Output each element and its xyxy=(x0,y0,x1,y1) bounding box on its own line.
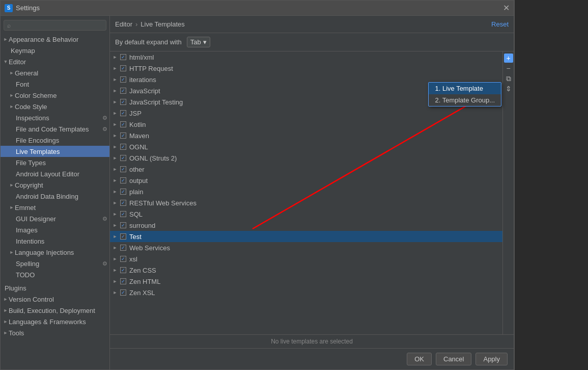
checkbox-icon xyxy=(120,65,126,71)
close-button[interactable]: ✕ xyxy=(503,4,510,12)
sidebar-item-android-layout-editor[interactable]: Android Layout Editor xyxy=(1,168,109,179)
checkbox-cell[interactable] xyxy=(119,87,127,95)
sidebar-item-build-exec-deploy[interactable]: Build, Execution, Deployment xyxy=(1,305,109,316)
template-group-kotlin[interactable]: Kotlin xyxy=(110,119,502,130)
add-button[interactable]: + xyxy=(504,54,513,63)
checkbox-cell[interactable] xyxy=(119,199,127,207)
search-box[interactable]: ⌕ xyxy=(4,20,106,31)
sidebar-item-todo[interactable]: TODO xyxy=(1,269,109,280)
checkbox-cell[interactable] xyxy=(119,288,127,297)
sidebar-item-copyright[interactable]: Copyright xyxy=(1,179,109,191)
sidebar-item-inspections[interactable]: Inspections ⚙ xyxy=(1,112,109,123)
checkbox-cell[interactable] xyxy=(119,210,127,218)
checkbox-cell[interactable] xyxy=(119,75,127,84)
group-label: RESTful Web Services xyxy=(129,199,197,207)
template-group-web-services[interactable]: Web Services xyxy=(110,242,502,253)
sidebar-item-spelling[interactable]: Spelling ⚙ xyxy=(1,258,109,269)
sidebar-item-emmet[interactable]: Emmet xyxy=(1,202,109,213)
remove-button[interactable]: − xyxy=(504,64,513,73)
sidebar-item-label: Inspections xyxy=(16,114,49,122)
template-group-plain[interactable]: plain xyxy=(110,186,502,197)
template-group-restful[interactable]: RESTful Web Services xyxy=(110,197,502,208)
template-group-http-request[interactable]: HTTP Request xyxy=(110,63,502,74)
checkbox-cell[interactable] xyxy=(119,131,127,140)
checkbox-cell[interactable] xyxy=(119,154,127,162)
sidebar-item-color-scheme[interactable]: Color Scheme xyxy=(1,90,109,101)
sidebar-item-live-templates[interactable]: Live Templates xyxy=(1,146,109,157)
template-group-sql[interactable]: SQL xyxy=(110,208,502,220)
apply-button[interactable]: Apply xyxy=(475,353,508,365)
sidebar-item-images[interactable]: Images xyxy=(1,224,109,235)
checkbox-cell[interactable] xyxy=(119,188,127,196)
sidebar-item-gui-designer[interactable]: GUI Designer ⚙ xyxy=(1,213,109,224)
checkbox-icon xyxy=(120,267,126,273)
checkbox-cell[interactable] xyxy=(119,277,127,285)
sidebar-item-tools[interactable]: Tools xyxy=(1,327,109,338)
sidebar-item-file-code-templates[interactable]: File and Code Templates ⚙ xyxy=(1,123,109,135)
checkbox-cell[interactable] xyxy=(119,64,127,72)
sidebar-item-label: Intentions xyxy=(16,237,44,245)
template-group-surround[interactable]: surround xyxy=(110,220,502,231)
checkbox-cell[interactable] xyxy=(119,98,127,106)
checkbox-icon xyxy=(120,76,126,83)
reset-button[interactable]: Reset xyxy=(491,20,509,28)
sidebar-item-keymap[interactable]: Keymap xyxy=(1,45,109,56)
expand-arrow xyxy=(112,189,118,194)
template-group-ognl-struts2[interactable]: OGNL (Struts 2) xyxy=(110,152,502,164)
checkbox-cell[interactable] xyxy=(119,266,127,274)
sidebar-item-android-data-binding[interactable]: Android Data Binding xyxy=(1,191,109,202)
group-label: Web Services xyxy=(129,244,170,252)
template-group-jsp[interactable]: JSP xyxy=(110,108,502,119)
sidebar-item-version-control[interactable]: Version Control xyxy=(1,294,109,305)
group-label: OGNL (Struts 2) xyxy=(129,154,177,162)
template-group-output[interactable]: output xyxy=(110,175,502,186)
sidebar-item-font[interactable]: Font xyxy=(1,78,109,90)
copy-button[interactable]: ⧉ xyxy=(504,74,513,83)
sidebar-item-label: Spelling xyxy=(16,260,39,268)
dropdown-item-template-group[interactable]: 2. Template Group... xyxy=(429,94,501,106)
checkbox-cell[interactable] xyxy=(119,244,127,252)
expand-arrow xyxy=(112,55,118,60)
template-group-zen-html[interactable]: Zen HTML xyxy=(110,276,502,287)
checkbox-cell[interactable] xyxy=(119,232,127,241)
search-input[interactable] xyxy=(13,21,103,29)
sidebar-item-language-injections[interactable]: Language Injections xyxy=(1,247,109,258)
checkbox-cell[interactable] xyxy=(119,255,127,263)
expand-arrow xyxy=(112,133,118,138)
template-group-zen-css[interactable]: Zen CSS xyxy=(110,265,502,276)
checkbox-cell[interactable] xyxy=(119,221,127,229)
sidebar-item-languages-frameworks[interactable]: Languages & Frameworks xyxy=(1,316,109,327)
expand-arrow xyxy=(112,234,118,239)
template-group-xsl[interactable]: xsl xyxy=(110,253,502,265)
move-button[interactable]: ⇕ xyxy=(504,84,513,93)
template-group-maven[interactable]: Maven xyxy=(110,130,502,141)
template-group-html-xml[interactable]: html/xml xyxy=(110,51,502,63)
expand-arrow xyxy=(112,200,118,205)
checkbox-cell[interactable] xyxy=(119,120,127,128)
checkbox-cell[interactable] xyxy=(119,176,127,184)
dropdown-item-live-template[interactable]: 1. Live Template xyxy=(429,83,501,94)
cancel-button[interactable]: Cancel xyxy=(436,353,471,365)
sidebar-item-general[interactable]: General xyxy=(1,67,109,78)
checkbox-cell[interactable] xyxy=(119,109,127,117)
expand-arrow xyxy=(112,178,118,183)
sidebar-item-file-types[interactable]: File Types xyxy=(1,157,109,168)
template-group-ognl[interactable]: OGNL xyxy=(110,141,502,152)
checkbox-cell[interactable] xyxy=(119,143,127,151)
group-label: plain xyxy=(129,188,143,196)
checkbox-cell[interactable] xyxy=(119,53,127,61)
sidebar-item-plugins[interactable]: Plugins xyxy=(1,282,109,294)
sidebar-item-editor[interactable]: Editor xyxy=(1,56,109,67)
sidebar-item-appearance[interactable]: Appearance & Behavior xyxy=(1,34,109,45)
template-group-test[interactable]: Test xyxy=(110,231,502,242)
breadcrumb-separator: › xyxy=(135,20,137,28)
sidebar-item-intentions[interactable]: Intentions xyxy=(1,235,109,247)
template-group-zen-xsl[interactable]: Zen XSL xyxy=(110,287,502,298)
sidebar-item-file-encodings[interactable]: File Encodings xyxy=(1,135,109,146)
ok-button[interactable]: OK xyxy=(407,353,432,365)
template-group-other[interactable]: other xyxy=(110,164,502,175)
checkbox-cell[interactable] xyxy=(119,165,127,173)
sidebar-item-code-style[interactable]: Code Style xyxy=(1,101,109,112)
expand-select[interactable]: Tab ▾ xyxy=(187,37,210,47)
sidebar-item-label: Appearance & Behavior xyxy=(9,36,78,43)
